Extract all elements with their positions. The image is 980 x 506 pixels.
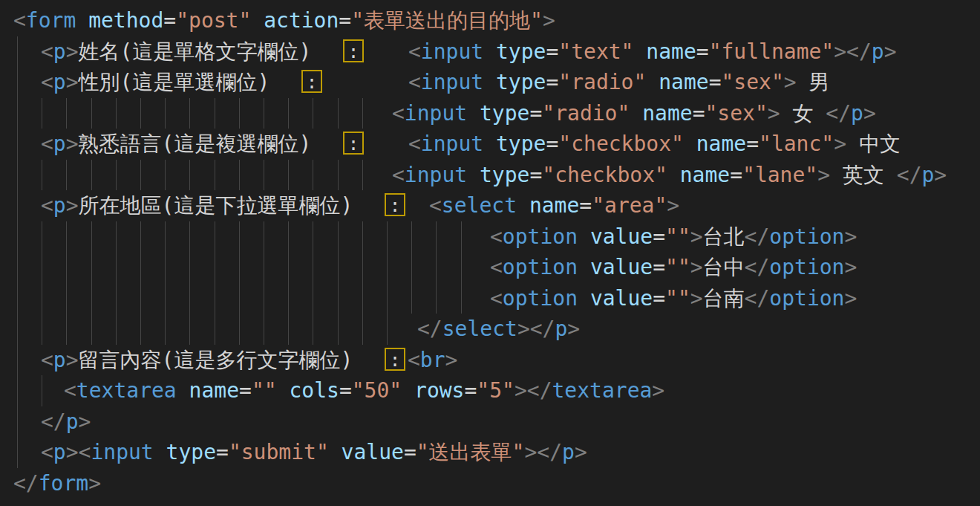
indent-guide [215,160,215,191]
indent-guide [17,190,18,221]
indent-guide [17,67,18,98]
indent-guide [91,252,92,283]
indent-guide [313,314,313,345]
code-token: p [53,132,66,156]
code-token: </ [826,101,851,126]
code-token: select [442,317,517,341]
code-token: value [590,286,653,311]
indent-guide [42,283,42,314]
code-token: option [503,255,578,279]
indent-guide [91,160,92,191]
code-token: type [496,70,546,94]
code-token: p [53,348,66,372]
code-token: type [496,132,546,156]
code-token: rows [414,378,464,403]
code-token: > [934,163,947,187]
code-token [277,378,290,403]
indent-guide [362,283,363,314]
indent-guide [17,375,18,406]
code-token [483,39,496,64]
code-token [630,101,642,126]
indent-guide [362,314,363,345]
code-token: "submit" [229,440,329,464]
editor[interactable]: <form method="post" action="表單送出的目的地"><p… [0,0,980,506]
code-segment: <br> [408,345,457,376]
code-token: "" [665,224,690,249]
code-token: > [863,101,876,126]
code-token: = [693,101,705,126]
code-token [667,163,680,187]
code-token: > [567,317,580,341]
indent-guide [338,160,339,191]
indent-guide [66,160,67,191]
code-token: < [41,39,53,64]
unicode-highlight-box: : [343,132,364,155]
code-token: > [834,39,846,64]
indent-guide [215,98,215,129]
code-token [251,8,264,33]
code-token: </ [417,317,442,341]
code-token: > [575,440,587,464]
indent-guide [362,160,363,191]
indent-guide [140,252,141,283]
code-token: = [653,255,665,279]
indent-guide [66,252,67,283]
code-segment: <textarea name="" cols="50" rows="5"></t… [64,375,664,406]
code-line-11: </select></p> [0,314,980,345]
code-token: > [834,132,846,156]
code-token: < [41,348,53,372]
code-token: > [66,440,79,464]
code-token: name [646,39,696,64]
code-token: 女 [780,101,826,126]
indent-guide [362,252,363,283]
code-token: 姓名(這是單格文字欄位) [79,39,312,64]
code-token: 台北 [703,224,745,249]
code-token: > [517,317,530,341]
code-token: < [64,378,76,403]
indent-guide [189,283,190,314]
code-token: > [543,8,555,33]
indent-guide [165,221,166,253]
code-token: "5" [477,378,514,403]
indent-guide [66,283,67,314]
code-token [76,8,88,33]
indent-guide [189,98,190,129]
indent-guide [264,221,264,253]
code-token [177,378,189,403]
code-token: > [690,286,703,311]
indent-guide [42,314,42,345]
code-token [467,163,480,187]
code-token: </ [846,39,872,64]
code-token: "fullname" [709,39,834,64]
code-token: "text" [558,39,633,64]
indent-guide [239,252,240,283]
indent-guide [91,98,92,129]
code-token: "" [252,378,277,403]
code-token: type [480,163,529,187]
code-line-15: <p><input type="submit" value="送出表單"></p… [0,437,980,468]
indent-guide [264,314,264,345]
code-token: < [490,255,503,279]
indent-guide [140,160,141,191]
code-token [646,70,659,94]
indent-guide [42,252,42,283]
code-token: name [696,132,746,156]
indent-guide [17,314,18,345]
code-token: = [216,440,229,464]
code-segment: <p>熟悉語言(這是複選欄位) [41,129,311,160]
code-line-4: <input type="radio" name="sex"> 女 </p> [0,98,980,129]
code-token: option [769,286,844,311]
indent-guide [66,221,67,253]
code-token: form [39,471,88,496]
indent-guide [116,221,117,253]
code-token: name [659,70,708,94]
code-token: 性別(這是單選欄位) [79,70,270,94]
code-token [329,440,342,464]
code-line-12: <p>留言內容(這是多行文字欄位):<br> [0,345,980,376]
indent-guide [264,252,264,283]
indent-guide [411,283,412,314]
indent-guide [288,314,289,345]
unicode-highlight-box: : [385,193,405,216]
indent-guide [239,283,240,314]
code-token: option [503,286,578,311]
